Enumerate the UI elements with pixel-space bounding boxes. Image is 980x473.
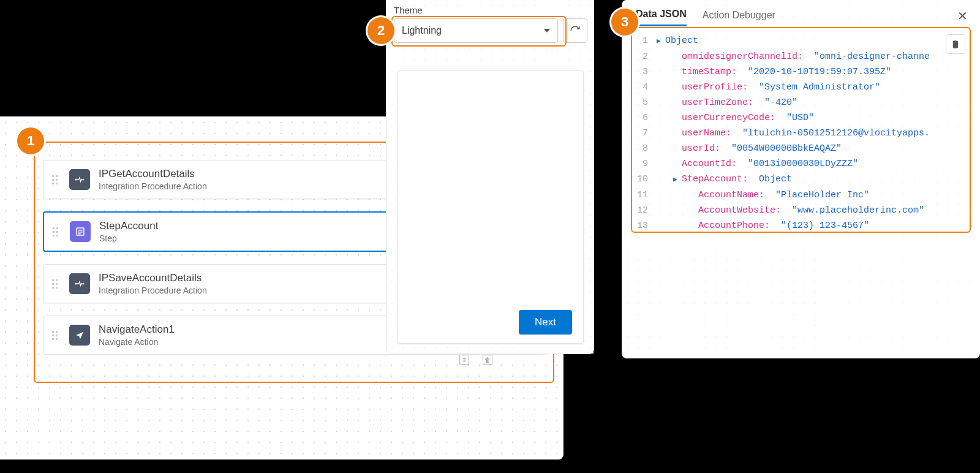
next-button[interactable]: Next (519, 310, 572, 335)
step-title: IPSaveAccountDetails (99, 272, 207, 284)
step-title: StepAccount (99, 220, 158, 232)
drag-handle-icon[interactable] (52, 328, 61, 342)
tab-action-debugger[interactable]: Action Debugger (703, 10, 775, 26)
json-line: 2 omnidesignerChannelId: "omni-designer-… (636, 49, 967, 64)
handle-icon[interactable]: 🗑 (483, 355, 492, 365)
preview-panel: Theme Lightning Next (386, 0, 594, 354)
json-line: 5 userTimeZone: "-420" (636, 95, 967, 110)
callout-badge-3: 3 (611, 9, 638, 36)
step-subtitle: Integration Procedure Action (99, 286, 207, 295)
refresh-button[interactable] (563, 18, 587, 43)
json-line: 9 AccountId: "0013i0000030LDyZZZ" (636, 156, 967, 172)
chevron-down-icon (544, 29, 550, 32)
step-type-icon (69, 169, 90, 190)
json-line: 8 userId: "0054W00000BbkEAQAZ" (636, 141, 967, 156)
resize-handles: ⇕ 🗑 (459, 355, 492, 365)
json-line: 11 AccountName: "PlaceHolder Inc" (636, 187, 967, 203)
svg-point-6 (75, 283, 77, 285)
json-viewer: 1▶Object2 omnidesignerChannelId: "omni-d… (636, 33, 967, 233)
json-line: 7 userName: "ltulchin-05012512126@vlocit… (636, 126, 967, 141)
refresh-icon (570, 25, 581, 36)
step-subtitle: Navigate Action (99, 337, 175, 347)
json-line: 12 AccountWebsite: "www.placeholderinc.c… (636, 203, 967, 218)
step-subtitle: Integration Procedure Action (99, 181, 207, 191)
json-line: 3 timeStamp: "2020-10-10T19:59:07.395Z" (636, 64, 967, 80)
drag-handle-icon[interactable] (52, 276, 61, 291)
handle-icon[interactable]: ⇕ (459, 355, 469, 365)
step-title: NavigateAction1 (99, 324, 175, 336)
theme-label: Theme (394, 5, 423, 15)
svg-point-7 (83, 283, 85, 285)
drag-handle-icon[interactable] (52, 172, 61, 187)
json-line: 4 userProfile: "System Administrator" (636, 80, 967, 95)
step-type-icon (69, 325, 90, 346)
json-line: 13 AccountPhone: "(123) 123-4567" (636, 218, 967, 233)
json-line: 6 userCurrencyCode: "USD" (636, 110, 967, 126)
tab-data-json[interactable]: Data JSON (636, 9, 687, 26)
theme-select[interactable]: Lightning (394, 18, 558, 43)
preview-canvas: Next (398, 70, 584, 344)
callout-badge-1: 1 (17, 127, 44, 154)
close-icon[interactable]: ✕ (957, 9, 968, 27)
drag-handle-icon[interactable] (53, 224, 61, 239)
debug-panel: Data JSON Action Debugger ✕ 1▶Object2 om… (622, 0, 980, 358)
step-title: IPGetAccountDetails (99, 168, 207, 180)
step-subtitle: Step (99, 233, 158, 243)
callout-badge-2: 2 (368, 17, 394, 44)
svg-point-0 (75, 179, 77, 181)
step-type-icon (69, 273, 90, 294)
svg-point-1 (83, 179, 85, 181)
debug-tabbar: Data JSON Action Debugger ✕ (636, 7, 968, 28)
step-type-icon (70, 221, 91, 242)
json-line: 10 ▶StepAccount: Object (636, 172, 967, 187)
json-line: 1▶Object (636, 33, 967, 49)
theme-select-value: Lightning (402, 25, 442, 36)
